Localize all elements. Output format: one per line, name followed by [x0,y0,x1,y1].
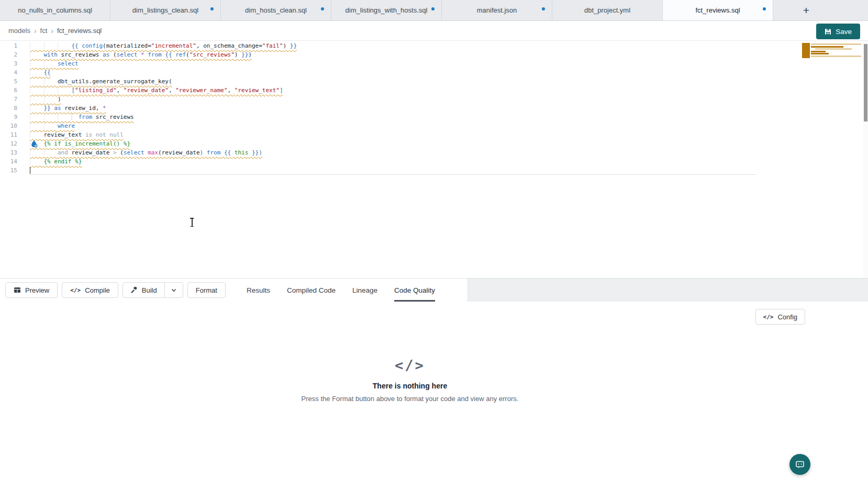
code-line-text: with src_reviews as (select * from {{ re… [30,50,252,59]
code-line[interactable]: 3 select [0,59,868,68]
code-line[interactable]: 1 {{ config(materialized="incremental", … [0,41,868,50]
format-button[interactable]: Format [187,282,226,298]
code-line[interactable]: 9 from src_reviews [0,113,868,121]
save-button[interactable]: Save [816,24,860,39]
code-token: ref [175,51,186,58]
new-tab-button[interactable]: + [795,0,817,20]
code-token: {% if is_incremental() %} [44,140,131,147]
code-token: ) [248,51,252,58]
panel-header: Preview </> Compile Build [0,278,868,302]
code-token: config [82,42,103,49]
code-line[interactable]: 5 dbt_utils.generate_surrogate_key( [0,77,868,86]
code-token [248,149,252,156]
code-line[interactable]: 8 }} as review_id, * [0,104,868,113]
code-line-text: review_text is not null [30,130,124,139]
code-token: "review_date" [124,87,169,94]
line-number: 8 [0,104,30,113]
text-caret [30,167,30,174]
code-token: review_text [44,131,85,138]
compile-button-label: Compile [85,286,110,294]
code-token: as [54,105,61,112]
indent-guides [30,78,58,85]
line-number: 7 [0,95,30,104]
code-token: review_id, [61,105,103,112]
code-editor[interactable]: 1 {{ config(materialized="incremental", … [0,41,868,278]
code-token: with [44,51,58,58]
breadcrumb-separator-icon: › [51,27,53,35]
code-token: ( [186,51,190,58]
chatbot-icon [795,459,805,470]
code-line-text: {% if is_incremental() %} [30,139,130,148]
panel-tab-lineage[interactable]: Lineage [352,279,377,302]
file-tab-label: dbt_project.yml [584,6,630,14]
preview-button[interactable]: Preview [5,282,58,298]
file-tab[interactable]: dim_listings_clean.sql [110,0,221,20]
file-tab[interactable]: manifest.json [442,0,552,20]
code-token: ] [280,87,283,94]
indent-guides [30,158,44,165]
breadcrumb-item[interactable]: models [8,27,30,35]
hammer-icon [130,286,138,294]
code-token: , [169,87,175,94]
code-line[interactable]: 7 ) [0,95,868,104]
code-token: null [109,131,124,138]
editor-scrollbar-thumb[interactable] [864,44,867,121]
code-token: "listing_id" [75,87,116,94]
indent-guides [30,105,44,112]
line-number: 3 [0,59,30,68]
panel-tab-compiled-code[interactable]: Compiled Code [287,279,336,302]
code-token: src_reviews [92,114,133,120]
code-token: }} [241,51,248,58]
code-token: from [207,149,221,156]
code-line[interactable]: 6 ["listing_id", "review_date", "reviewe… [0,86,868,95]
code-token: select [117,51,138,58]
indent-guides [30,42,71,49]
code-line[interactable]: 11 review_text is not null [0,130,868,139]
build-dropdown-button[interactable] [165,283,183,297]
breadcrumb: models›fct›fct_reviews.sql [8,27,102,35]
panel-tab-results[interactable]: Results [247,279,270,302]
file-tab[interactable]: dim_listings_with_hosts.sql [331,0,442,20]
file-tab-bar: no_nulls_in_columns.sqldim_listings_clea… [0,0,868,21]
code-line[interactable]: 14 {% endif %} [0,157,868,166]
file-tab[interactable]: fct_reviews.sql [663,0,773,20]
code-token: from [79,114,93,120]
code-token: }}) [252,149,262,156]
file-tab[interactable]: dbt_project.yml [552,0,663,20]
code-line[interactable]: 10 where [0,121,868,130]
minimap-block [802,43,810,58]
code-line[interactable]: 12 {% if is_incremental() %} [0,139,868,148]
code-area: 1 {{ config(materialized="incremental", … [0,41,868,175]
line-number: 12 [0,139,30,148]
build-button[interactable]: Build [123,283,164,297]
quick-fix-droplet-icon[interactable] [30,140,38,148]
panel-tab-label: Compiled Code [287,286,336,294]
breadcrumb-item[interactable]: fct_reviews.sql [57,27,102,35]
panel-header-spacer [468,279,868,302]
code-token: ) [283,42,290,49]
code-token: select [58,60,79,67]
code-line[interactable]: 15 [0,166,868,175]
code-token: {% endif %} [44,158,82,165]
breadcrumb-item[interactable]: fct [40,27,48,35]
panel-tab-code-quality[interactable]: Code Quality [394,279,435,302]
chat-assistant-button[interactable] [789,454,810,475]
file-tab[interactable]: dim_hosts_clean.sql [221,0,331,20]
code-line[interactable]: 2 with src_reviews as (select * from {{ … [0,50,868,59]
active-line-border [30,174,756,175]
panel-tabs: ResultsCompiled CodeLineageCode Quality [247,279,452,302]
code-token: > [113,149,117,156]
code-line-text: from src_reviews [30,113,134,121]
code-line[interactable]: 13 and review_date > (select max(review_… [0,148,868,157]
config-button[interactable]: </> Config [755,309,805,325]
file-tab-label: manifest.json [477,6,517,14]
editor-scrollbar[interactable] [863,41,868,278]
code-icon-large: </> [242,357,577,373]
minimap [802,43,861,60]
code-line[interactable]: 4 {{ [0,68,868,77]
file-tab[interactable]: no_nulls_in_columns.sql [0,0,110,20]
compile-button[interactable]: </> Compile [62,282,118,298]
code-token [231,149,235,156]
code-token: ( [103,42,106,49]
indent-guides [30,87,71,94]
